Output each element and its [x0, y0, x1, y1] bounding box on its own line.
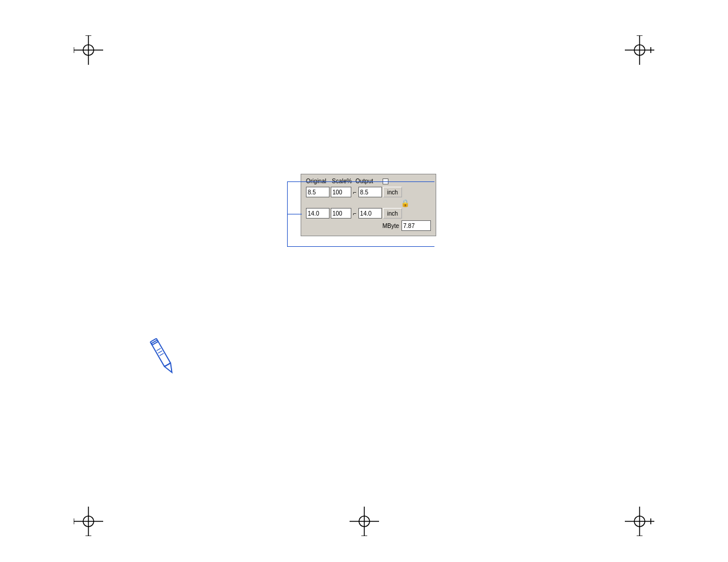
- mbyte-row: MByte: [306, 220, 431, 231]
- annotation-line-top: [287, 181, 434, 182]
- crosshair-svg-bl: [74, 507, 103, 536]
- pen-icon: [144, 336, 186, 385]
- corner-mark-bottom-right: [625, 507, 654, 536]
- lock-icon: 🔒: [401, 199, 410, 207]
- corner-mark-bottom-left: [74, 507, 103, 536]
- unit-button-row2[interactable]: inch: [383, 208, 402, 219]
- output-height-input[interactable]: [358, 208, 382, 219]
- scale-height-input[interactable]: [331, 208, 351, 219]
- unit-button-row1[interactable]: inch: [383, 187, 402, 197]
- svg-line-29: [160, 353, 164, 356]
- mbyte-label: MByte: [383, 223, 399, 229]
- svg-line-27: [157, 348, 161, 351]
- row1: ⌐ inch: [306, 187, 431, 197]
- pen-drawing: [144, 336, 186, 383]
- original-height-input[interactable]: [306, 208, 330, 219]
- arrow-row1: ⌐: [353, 189, 357, 196]
- output-width-input[interactable]: [358, 187, 382, 197]
- annotation-line-mid: [287, 214, 302, 214]
- corner-mark-top-right: [625, 35, 654, 65]
- svg-line-28: [158, 351, 162, 353]
- crosshair-svg-tl: [74, 35, 103, 65]
- arrow-row2: ⌐: [353, 210, 357, 217]
- corner-mark-top-left: [74, 35, 103, 65]
- original-width-input[interactable]: [306, 187, 330, 197]
- scale-dialog: Original Scale% Output ⌐ inch 🔒 ⌐ inch M…: [301, 174, 436, 236]
- svg-marker-25: [164, 363, 175, 374]
- annotation-line-bottom: [287, 246, 434, 247]
- mbyte-input[interactable]: [401, 220, 431, 231]
- scale-width-input[interactable]: [331, 187, 351, 197]
- crosshair-svg-bc: [350, 507, 379, 536]
- row2: ⌐ inch: [306, 208, 431, 219]
- crosshair-svg-br: [625, 507, 654, 536]
- corner-mark-bottom-center: [350, 507, 379, 536]
- crosshair-svg-tr: [625, 35, 654, 65]
